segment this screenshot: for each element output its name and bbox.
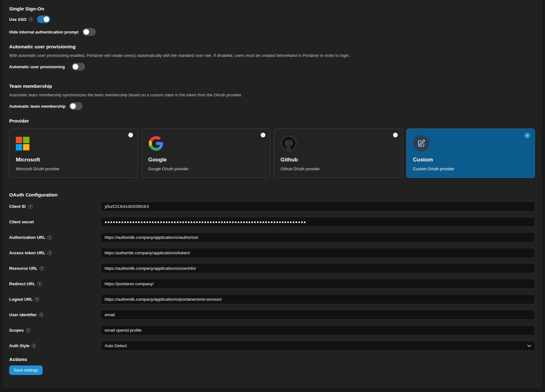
form-row-client-id: Client ID ? [9,202,535,211]
form-row-resource-url: Resource URL ? [9,263,535,273]
help-icon[interactable]: ? [39,313,43,317]
help-icon[interactable]: ? [47,251,52,255]
google-logo [148,135,263,152]
hide-internal-auth-toggle[interactable] [82,28,96,36]
settings-panel: Single Sign-On Use SSO ? Hide internal a… [3,0,542,388]
section-title-actions: Actions [9,356,535,362]
field-label-text: User identifier [9,312,37,317]
field-label-text: Client secret [9,220,34,224]
section-title-sso: Single Sign-On [9,6,535,12]
save-settings-button[interactable]: Save settings [9,365,43,375]
auto-provisioning-label: Automatic user provisioning [9,64,65,69]
user-identifier-input[interactable] [101,310,535,320]
oauth-config-form: Client ID ? Client secret ? Authorizatio… [9,202,535,351]
use-sso-row: Use SSO ? [9,15,535,23]
field-label: Scopes ? [9,328,101,333]
provider-card-description: Google OAuth provider [148,167,263,171]
section-title-provider: Provider [9,118,535,124]
help-icon[interactable]: ? [28,204,33,209]
field-label: Redirect URL ? [9,281,101,286]
selected-option-label: Auto Detect [105,343,127,348]
use-sso-label: Use SSO [9,17,27,22]
scopes-input[interactable] [101,325,535,335]
toggle-knob [83,29,89,35]
team-membership-label: Automatic team membership [9,104,65,109]
form-row-authorization-url: Authorization URL ? [9,232,535,242]
provider-card-custom[interactable]: ✓ Custom Custom OAuth provider [406,129,535,178]
help-icon[interactable]: ? [26,328,30,333]
provider-card-github[interactable]: Github Github OAuth provider [274,129,403,178]
provider-card-description: Github OAuth provider [281,167,396,171]
auto-provisioning-toggle[interactable] [72,63,85,70]
auto-provisioning-description: With automatic user provisioning enabled… [9,53,535,58]
field-label: Access token URL ? [9,250,101,255]
provider-card-google[interactable]: Google Google OAuth provider [142,129,270,178]
access-token-url-input[interactable] [101,248,535,258]
radio-unchecked-icon[interactable] [393,133,398,137]
provider-cards: Microsoft Microsoft OAuth provider Googl… [9,129,535,178]
team-membership-description: Automatic team membership synchronizes t… [9,93,535,98]
logout-url-input[interactable] [101,294,535,304]
auth-style-select[interactable]: Auto Detect [101,341,535,351]
form-row-user-identifier: User identifier ? [9,310,535,320]
field-label-text: Access token URL [9,250,45,255]
provider-card-description: Microsoft OAuth provider [16,167,131,171]
authorization-url-input[interactable] [101,232,535,242]
form-row-client-secret: Client secret ? [9,217,535,227]
help-icon[interactable]: ? [37,282,42,286]
field-label: Logout URL ? [9,297,101,302]
toggle-knob [73,64,78,69]
field-label: Authorization URL ? [9,235,101,240]
field-label: Client secret ? [9,220,101,224]
field-label-text: Resource URL [9,266,38,271]
redirect-url-input[interactable] [101,279,535,289]
chevron-down-icon [527,345,531,347]
edit-icon [413,135,429,152]
field-label-text: Client ID [9,204,26,209]
github-logo [281,135,297,152]
help-icon[interactable]: ? [29,17,33,21]
toggle-knob [44,16,49,22]
radio-unchecked-icon[interactable] [261,133,265,137]
client-id-input[interactable] [101,202,535,211]
auto-provisioning-row: Automatic user provisioning [9,63,535,71]
form-row-logout-url: Logout URL ? [9,294,535,304]
field-label: User identifier ? [9,312,101,317]
provider-card-title: Google [148,157,263,163]
team-membership-toggle[interactable] [69,102,82,110]
hide-prompt-row: Hide internal authentication prompt [9,28,535,36]
client-secret-input[interactable] [101,217,535,227]
field-label-text: Authorization URL [9,235,45,240]
form-row-redirect-url: Redirect URL ? [9,279,535,289]
help-icon[interactable]: ? [32,344,36,348]
field-label-text: Scopes [9,328,24,333]
form-row-scopes: Scopes ? [9,325,535,335]
provider-card-title: Custom [413,157,528,163]
section-title-oauth-config: OAuth Configuration [9,192,535,198]
provider-card-title: Github [281,157,396,163]
check-icon: ✓ [524,133,530,138]
field-label-text: Auth Style [9,343,29,348]
team-membership-row: Automatic team membership [9,102,535,110]
radio-unchecked-icon[interactable] [128,133,133,137]
toggle-knob [70,103,76,109]
section-title-team-membership: Team membership [9,83,535,89]
field-label: Auth Style ? [9,343,101,348]
use-sso-toggle[interactable] [37,15,50,23]
provider-card-description: Custom OAuth provider [413,167,528,171]
hide-prompt-label: Hide internal authentication prompt [9,30,79,34]
provider-card-title: Microsoft [16,157,131,163]
section-title-auto-provisioning: Automatic user provisioning [9,44,535,50]
microsoft-logo [16,135,131,152]
field-label: Resource URL ? [9,266,101,271]
help-icon[interactable]: ? [40,266,44,271]
help-icon[interactable]: ? [35,297,39,302]
field-label: Client ID ? [9,204,101,209]
form-row-auth-style: Auth Style ? Auto Detect [9,341,535,351]
field-label-text: Redirect URL [9,281,35,286]
help-icon[interactable]: ? [47,235,52,240]
resource-url-input[interactable] [101,263,535,273]
provider-card-microsoft[interactable]: Microsoft Microsoft OAuth provider [9,129,138,178]
form-row-access-token-url: Access token URL ? [9,248,535,258]
field-label-text: Logout URL [9,297,33,302]
